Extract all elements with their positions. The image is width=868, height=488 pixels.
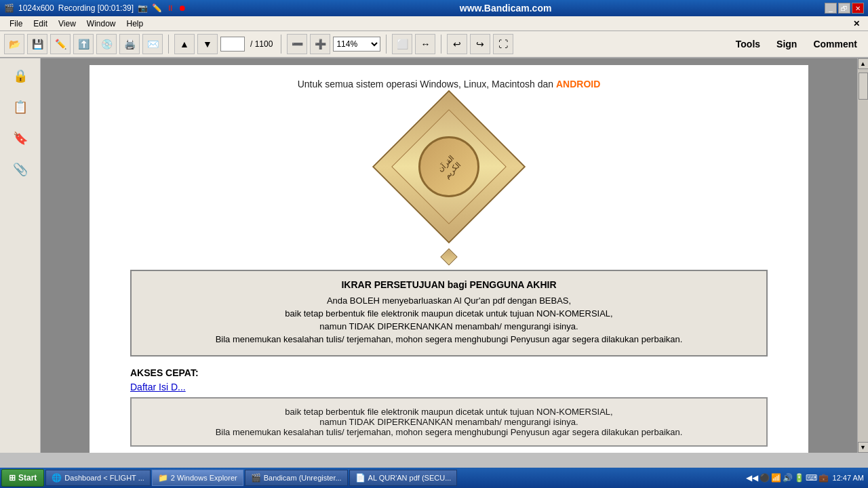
agreement-line-4: Bila menemukan kesalahan tulis/ terjemah… — [145, 334, 753, 344]
agreement-box: IKRAR PERSETUJUAN bagi PENGGUNA AKHIR An… — [130, 270, 768, 357]
menu-view[interactable]: View — [53, 18, 81, 30]
bookmark-icon[interactable]: 🔖 — [8, 126, 33, 150]
vertical-scrollbar[interactable]: ▲ ▼ — [857, 58, 868, 453]
menu-file[interactable]: File — [4, 18, 28, 30]
sep1 — [168, 35, 169, 54]
akses-section: AKSES CEPAT: Daftar Isi D... — [130, 367, 768, 393]
taskbar-item-0[interactable]: 🌐 Dashboard < FLIGHT ... — [45, 470, 151, 486]
resolution-label: 1024x600 — [18, 3, 54, 13]
system-tray: ◀◀ ⚫ 📶 🔊 🔋 ⌨ 💼 12:47 AM — [743, 473, 867, 483]
menu-edit[interactable]: Edit — [28, 18, 53, 30]
pdf-page: Untuk semua sistem operasi Windows, Linu… — [90, 65, 808, 453]
paperclip-icon[interactable]: 📎 — [8, 157, 33, 182]
main-area: 🔒 📋 🔖 📎 Untuk semua sistem operasi Windo… — [0, 58, 868, 453]
task-label-2: Bandicam (Unregister... — [264, 474, 342, 482]
page-number-input[interactable]: 1 — [220, 37, 245, 52]
redo-button[interactable]: ↪ — [470, 34, 490, 54]
close-button[interactable]: ✕ — [852, 3, 864, 14]
start-button[interactable]: ⊞ Start — [1, 469, 44, 487]
pause-icon: ⏸ — [166, 3, 174, 13]
sign-label[interactable]: Sign — [770, 39, 804, 49]
daftar-link[interactable]: Daftar Isi D... — [130, 382, 186, 392]
scroll-track[interactable] — [858, 69, 869, 442]
pdf-sidebar: 🔒 📋 🔖 📎 — [0, 58, 41, 453]
edit-button[interactable]: ✏️ — [50, 34, 71, 54]
taskbar-item-2[interactable]: 🎬 Bandicam (Unregister... — [245, 470, 348, 486]
email-button[interactable]: ✉️ — [142, 34, 163, 54]
emblem-diamond-inner: القرآنالكريم — [391, 109, 507, 224]
lock-icon[interactable]: 🔒 — [8, 64, 33, 88]
site-title: www.Bandicam.com — [460, 3, 552, 14]
sep2 — [281, 35, 281, 54]
tray-icon-1: ◀◀ — [746, 473, 758, 483]
tray-icon-4: 🔊 — [783, 473, 793, 483]
zoom-out-button[interactable]: ➖ — [287, 34, 307, 54]
menu-bar: File Edit View Window Help ✕ — [0, 16, 868, 31]
quran-emblem-wrapper: القرآنالكريم — [381, 100, 517, 263]
print-button[interactable]: 🖨️ — [119, 34, 140, 54]
fullscreen-button[interactable]: ⛶ — [493, 34, 513, 54]
open-button[interactable]: 📂 — [4, 34, 24, 54]
task-label-0: Dashboard < FLIGHT ... — [64, 474, 144, 482]
agreement-line-3: namun TIDAK DIPERKENANKAN menambah/ meng… — [145, 321, 753, 331]
zoom-in-button[interactable]: ➕ — [310, 34, 330, 54]
window-icon: 🎬 — [4, 3, 14, 13]
comment-label[interactable]: Comment — [806, 39, 864, 49]
emblem-diamond-outer: القرآنالكريم — [372, 90, 526, 243]
scroll-down-button[interactable]: ▼ — [858, 442, 869, 453]
undo-button[interactable]: ↩ — [447, 34, 467, 54]
task-icon-3: 📄 — [355, 473, 366, 483]
prev-page-button[interactable]: ▲ — [174, 34, 195, 54]
overlap-line-1: baik tetap berbentuk file elektronik mau… — [145, 407, 753, 417]
task-label-3: AL QUR'AN pdf (SECU... — [368, 474, 452, 482]
overlap-line-2: namun TIDAK DIPERKENANKAN menambah/ meng… — [145, 417, 753, 427]
page-total-label: / 1100 — [248, 39, 275, 49]
overlap-box: baik tetap berbentuk file elektronik mau… — [130, 397, 768, 447]
pdf-subtitle: Untuk semua sistem operasi Windows, Linu… — [130, 79, 768, 89]
agreement-line-1: Anda BOLEH menyebarluaskan Al Qur'an pdf… — [145, 296, 753, 306]
fit-page-button[interactable]: ⬜ — [392, 34, 412, 54]
tray-icon-6: ⌨ — [806, 473, 817, 483]
emblem-circle: القرآنالكريم — [418, 136, 479, 197]
recording-label: Recording [00:01:39] — [58, 3, 134, 13]
task-label-1: 2 Windows Explorer — [171, 474, 237, 482]
menu-help[interactable]: Help — [121, 18, 149, 30]
menu-window[interactable]: Window — [81, 18, 121, 30]
taskbar-item-1[interactable]: 📁 2 Windows Explorer — [152, 470, 243, 486]
download-button[interactable]: 💾 — [27, 34, 47, 54]
minimize-button[interactable]: _ — [825, 3, 837, 14]
sep3 — [386, 35, 387, 54]
next-page-button[interactable]: ▼ — [197, 34, 218, 54]
zoom-select[interactable]: 50% 75% 100% 114% 125% 150% 200% — [333, 37, 380, 52]
tray-icon-5: 🔋 — [794, 473, 804, 483]
fit-width-button[interactable]: ↔️ — [415, 34, 435, 54]
pdf-content-area[interactable]: Untuk semua sistem operasi Windows, Linu… — [41, 58, 857, 453]
tools-label[interactable]: Tools — [729, 39, 767, 49]
start-label: Start — [18, 473, 37, 483]
restore-button[interactable]: 🗗 — [838, 3, 850, 14]
taskbar-item-3[interactable]: 📄 AL QUR'AN pdf (SECU... — [349, 470, 458, 486]
close-doc-button[interactable]: ✕ — [849, 19, 864, 28]
overlap-line-3: Bila menemukan kesalahan tulis/ terjemah… — [145, 427, 753, 437]
toolbar: 📂 💾 ✏️ ⬆️ 💿 🖨️ ✉️ ▲ ▼ 1 / 1100 ➖ ➕ 50% 7… — [0, 31, 868, 58]
title-bar-left: 🎬 1024x600 Recording [00:01:39] 📷 ✏️ ⏸ ⏺ — [4, 3, 186, 13]
scroll-up-button[interactable]: ▲ — [858, 58, 869, 69]
akses-title: AKSES CEPAT: — [130, 367, 768, 378]
rec-dot: ⏺ — [178, 3, 186, 13]
agreement-line-2: baik tetap berbentuk file elektronik mau… — [145, 308, 753, 319]
agreement-title: IKRAR PERSETUJUAN bagi PENGGUNA AKHIR — [145, 279, 753, 290]
upload-button[interactable]: ⬆️ — [73, 34, 94, 54]
pages-icon[interactable]: 📋 — [8, 95, 33, 119]
pen-icon: ✏️ — [152, 3, 162, 13]
task-icon-1: 📁 — [158, 473, 168, 483]
tray-icon-2: ⚫ — [760, 473, 770, 483]
task-icon-2: 🎬 — [251, 473, 261, 483]
camera-icon: 📷 — [138, 3, 148, 13]
tray-icon-7: 💼 — [818, 473, 829, 483]
scroll-thumb[interactable] — [859, 73, 868, 100]
tray-icon-3: 📶 — [771, 473, 781, 483]
sep4 — [441, 35, 441, 54]
save-button[interactable]: 💿 — [96, 34, 117, 54]
start-icon: ⊞ — [9, 473, 16, 483]
taskbar: ⊞ Start 🌐 Dashboard < FLIGHT ... 📁 2 Win… — [0, 468, 868, 488]
